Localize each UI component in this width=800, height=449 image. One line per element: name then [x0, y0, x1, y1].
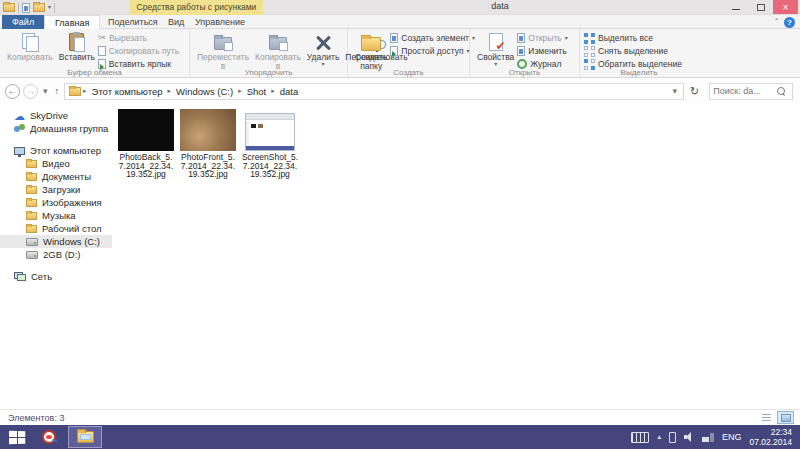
select-all-label: Выделить все [598, 33, 653, 43]
file-item-photoback[interactable]: PhotoBack_5.7.2014_22.34.19.352.jpg [116, 105, 176, 179]
network-tray-icon[interactable] [702, 432, 714, 442]
sidebar-item-video[interactable]: Видео [0, 157, 112, 170]
search-icon[interactable] [777, 87, 785, 95]
file-item-photofront[interactable]: PhotoFront_5.7.2014_22.34.19.352.jpg [178, 105, 238, 179]
thumbnails-view-button[interactable] [777, 411, 794, 424]
language-indicator[interactable]: ENG [722, 432, 742, 442]
sidebar-item-windows-c[interactable]: Windows (C:) [0, 235, 112, 248]
ribbon-corner: ˆ ? [775, 15, 795, 29]
folder-icon [26, 225, 37, 233]
device-icon[interactable] [669, 432, 676, 443]
tab-manage[interactable]: Управление [185, 15, 255, 29]
sidebar-label: Изображения [42, 197, 102, 208]
minimize-button[interactable] [723, 0, 748, 14]
move-to-button[interactable]: Переместить в [194, 31, 252, 72]
taskbar-clock[interactable]: 22:34 07.02.2014 [749, 427, 792, 447]
delete-button[interactable]: Удалить ▾ [304, 31, 342, 68]
refresh-button[interactable]: ↻ [687, 85, 702, 98]
select-none-label: Снять выделение [598, 46, 668, 56]
file-name: ScreenShot_5.7.2014_22.34.19.352.jpg [241, 153, 300, 179]
location-folder-icon [69, 87, 81, 96]
edit-label: Изменить [528, 46, 566, 56]
taskbar-snipping-tool-button[interactable]: ✂ [34, 425, 64, 449]
new-folder-qat-icon[interactable] [33, 3, 45, 12]
scissors-icon: ✂ [51, 437, 59, 446]
view-toggles [758, 411, 794, 424]
sidebar-item-pictures[interactable]: Изображения [0, 196, 112, 209]
sidebar-item-documents[interactable]: Документы [0, 170, 112, 183]
sidebar-item-music[interactable]: Музыка [0, 209, 112, 222]
crumb-data[interactable]: data [277, 86, 302, 97]
copy-path-button[interactable]: Скопировать путь [98, 45, 179, 57]
details-view-icon [762, 414, 771, 422]
folder-icon [26, 212, 37, 220]
properties-qat-icon[interactable] [22, 3, 30, 13]
start-button[interactable] [0, 425, 34, 449]
restore-button[interactable] [748, 0, 773, 14]
new-folder-button[interactable]: Создать папку [352, 31, 390, 72]
window-title: data [420, 1, 580, 11]
tab-file[interactable]: Файл [2, 15, 44, 29]
sidebar-item-desktop[interactable]: Рабочий стол [0, 222, 112, 235]
sidebar-label: Windows (C:) [43, 236, 100, 247]
explorer-icon [77, 431, 94, 443]
sidebar-item-skydrive[interactable]: ☁ SkyDrive [0, 109, 112, 122]
sidebar-label: Загрузки [42, 184, 80, 195]
quick-access-toolbar: ▾ [3, 1, 55, 14]
qat-dropdown-icon[interactable]: ▾ [48, 5, 51, 10]
address-dropdown-icon[interactable]: ▾ [671, 86, 680, 96]
caption-buttons: × [723, 0, 798, 14]
sidebar-item-this-pc[interactable]: Этот компьютер [0, 144, 112, 157]
crumb-windows-c[interactable]: Windows (C:) [173, 86, 236, 97]
copy-button[interactable]: Копировать [4, 31, 56, 63]
back-button[interactable]: ← [5, 84, 20, 99]
paste-button[interactable]: Вставить [56, 31, 98, 63]
easy-access-button[interactable]: Простой доступ ▾ [390, 45, 475, 57]
group-open-label: Открыть [470, 68, 579, 77]
select-none-button[interactable]: Снять выделение [584, 45, 682, 57]
open-button[interactable]: Открыть ▾ [517, 32, 567, 44]
crumb-separator: ▸ [168, 87, 172, 95]
sidebar-item-homegroup[interactable]: Домашняя группа [0, 122, 112, 135]
breadcrumb[interactable]: ▸ Этот компьютер ▸ Windows (C:) ▸ Shot ▸… [64, 83, 684, 100]
folder-icon [26, 173, 37, 181]
taskbar-explorer-button[interactable] [68, 426, 102, 448]
sidebar-label: Домашняя группа [30, 123, 108, 134]
crumb-separator: ▸ [271, 87, 275, 95]
properties-button[interactable]: Свойства ▾ [474, 31, 517, 68]
copy-to-button[interactable]: Копировать в [252, 31, 304, 72]
group-open: Свойства ▾ Открыть ▾ Изменить Журнал О [470, 29, 580, 77]
file-list: PhotoBack_5.7.2014_22.34.19.352.jpg Phot… [116, 105, 300, 179]
cut-button[interactable]: ✂ Вырезать [98, 32, 179, 44]
details-view-button[interactable] [758, 411, 775, 424]
restore-icon [757, 4, 765, 11]
up-button[interactable]: ↑ [53, 86, 62, 96]
close-button[interactable]: × [773, 0, 798, 14]
edit-button[interactable]: Изменить [517, 45, 567, 57]
select-all-icon [584, 33, 595, 44]
divider [18, 3, 19, 13]
tab-home[interactable]: Главная [44, 15, 100, 29]
new-item-button[interactable]: Создать элемент ▾ [390, 32, 475, 44]
sidebar-label: Рабочий стол [42, 223, 102, 234]
search-input[interactable] [713, 86, 777, 96]
help-icon[interactable]: ? [784, 17, 795, 28]
divider [54, 3, 55, 13]
crumb-this-pc[interactable]: Этот компьютер [89, 86, 166, 97]
move-to-icon [214, 37, 232, 50]
collapse-ribbon-icon[interactable]: ˆ [775, 17, 778, 27]
touch-keyboard-icon[interactable] [631, 432, 649, 443]
crumb-shot[interactable]: Shot [244, 86, 270, 97]
screenshot-thumbnail [245, 113, 295, 151]
show-hidden-icons-button[interactable]: ▴ [657, 433, 661, 441]
select-all-button[interactable]: Выделить все [584, 32, 682, 44]
ribbon-tabs: Файл Главная Поделиться Вид Управление ˆ… [0, 15, 800, 29]
sidebar-item-network[interactable]: Сеть [0, 270, 112, 283]
file-item-screenshot[interactable]: ScreenShot_5.7.2014_22.34.19.352.jpg [240, 105, 300, 179]
speaker-icon[interactable] [684, 432, 694, 442]
sidebar-item-downloads[interactable]: Загрузки [0, 183, 112, 196]
recent-locations-dropdown-icon[interactable]: ▾ [41, 86, 50, 96]
photo-thumbnail [118, 109, 174, 151]
forward-button[interactable]: → [23, 84, 38, 99]
sidebar-item-drive-d[interactable]: 2GB (D:) [0, 248, 112, 261]
